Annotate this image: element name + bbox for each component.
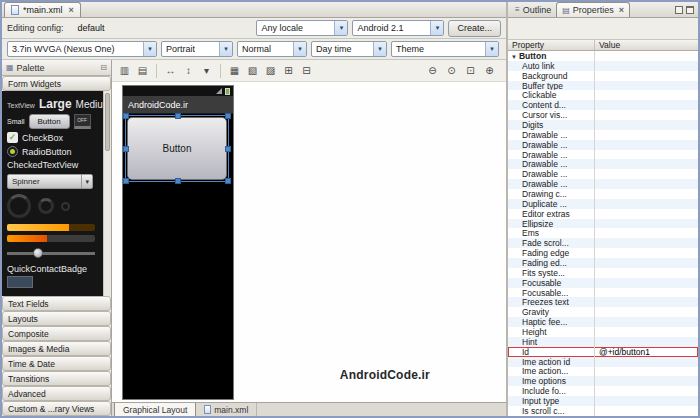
progressbar-small-preview[interactable] (61, 202, 70, 211)
align-edges-icon[interactable]: ▦ (226, 63, 243, 79)
progressbar-medium-preview[interactable] (38, 198, 54, 214)
tab-properties[interactable]: ▤ Properties × (556, 2, 630, 17)
progressbar-horizontal-preview[interactable] (7, 224, 95, 231)
property-group-row[interactable]: ▼Button (508, 51, 698, 61)
editing-config-value[interactable]: default (78, 23, 105, 33)
seekbar-thumb[interactable] (33, 248, 43, 258)
property-row-digits[interactable]: Digits (508, 120, 698, 130)
close-tab-icon[interactable]: × (69, 5, 74, 15)
property-row-drawable[interactable]: Drawable ... (508, 130, 698, 140)
palette-section-form-widgets[interactable]: Form Widgets (2, 76, 111, 91)
property-row-fade-scrol[interactable]: Fade scrol... (508, 238, 698, 248)
scrollbar-thumb[interactable] (105, 93, 110, 151)
property-row-gravity[interactable]: Gravity (508, 307, 698, 317)
property-row-auto-link[interactable]: Auto link (508, 61, 698, 71)
palette-section-images-media[interactable]: Images & Media (2, 341, 111, 356)
show-layout-icon[interactable]: ▤ (134, 63, 151, 79)
zoom-fit-icon[interactable]: ⊡ (462, 63, 479, 79)
property-row-fits-syste[interactable]: Fits syste... (508, 268, 698, 278)
set-width-icon[interactable]: ↔ (162, 63, 179, 79)
resize-handle-nw[interactable] (123, 113, 129, 119)
quickcontactbadge-preview[interactable]: QuickContactBadge (7, 264, 87, 274)
property-row-buffer-type[interactable]: Buffer type (508, 81, 698, 91)
theme-select[interactable]: Theme ▾ (391, 41, 499, 57)
property-row-drawable[interactable]: Drawable ... (508, 159, 698, 169)
close-view-icon[interactable]: × (619, 5, 624, 15)
platform-select[interactable]: Android 2.1 ▾ (352, 20, 444, 36)
property-row-height[interactable]: Height (508, 327, 698, 337)
property-row-drawable[interactable]: Drawable ... (508, 179, 698, 189)
seekbar-preview[interactable] (7, 248, 95, 258)
ratingbar-track-preview[interactable] (7, 235, 95, 242)
property-row-is-scroll-c[interactable]: Is scroll c... (508, 406, 698, 416)
textview-preview[interactable]: TextView (7, 102, 35, 109)
device-select[interactable]: 3.7in WVGA (Nexus One) ▾ (7, 41, 157, 57)
property-row-editor-extras[interactable]: Editor extras (508, 209, 698, 219)
show-outline-icon[interactable]: ▥ (116, 63, 133, 79)
button-preview[interactable]: Button (29, 114, 70, 129)
column-header-value[interactable]: Value (594, 40, 698, 50)
property-row-ime-action-id[interactable]: Ime action id (508, 357, 698, 367)
palette-scrollbar[interactable] (103, 91, 111, 296)
property-row-content-d[interactable]: Content d... (508, 100, 698, 110)
property-row-fading-edge[interactable]: Fading edge (508, 248, 698, 258)
zoom-in-icon[interactable]: ⊕ (481, 63, 498, 79)
property-row-ime-action[interactable]: Ime action... (508, 367, 698, 377)
radiobutton-preview[interactable]: RadioButton (22, 147, 72, 157)
palette-section-text-fields[interactable]: Text Fields (2, 296, 111, 311)
togglebutton-preview[interactable]: OFF (74, 114, 91, 129)
day-time-select[interactable]: Day time ▾ (311, 41, 387, 57)
property-row-drawing-c[interactable]: Drawing c... (508, 189, 698, 199)
set-height-icon[interactable]: ↕ (180, 63, 197, 79)
property-row-clickable[interactable]: Clickable (508, 90, 698, 100)
property-row-ime-options[interactable]: Ime options (508, 376, 698, 386)
property-row-drawable[interactable]: Drawable ... (508, 150, 698, 160)
grid-mode-icon[interactable]: ▨ (262, 63, 279, 79)
orientation-select[interactable]: Portrait ▾ (161, 41, 233, 57)
checkedtextview-preview[interactable]: CheckedTextView (7, 160, 78, 170)
property-row-fading-ed[interactable]: Fading ed... (508, 258, 698, 268)
resize-handle-w[interactable] (123, 146, 129, 152)
palette-section-time-date[interactable]: Time & Date (2, 356, 111, 371)
zoom-100-icon[interactable]: ⊙ (443, 63, 460, 79)
resize-handle-e[interactable] (225, 146, 231, 152)
property-row-include-fo[interactable]: Include fo... (508, 386, 698, 396)
more-options-icon[interactable]: ▾ (198, 63, 215, 79)
widget-selection[interactable]: Button (125, 115, 229, 182)
property-row-drawable[interactable]: Drawable ... (508, 169, 698, 179)
spinner-preview[interactable]: Spinner ▾ (7, 174, 93, 189)
property-row-freezes-text[interactable]: Freezes text (508, 297, 698, 307)
palette-section-advanced[interactable]: Advanced (2, 386, 111, 401)
progressbar-large-preview[interactable] (7, 194, 31, 218)
button-widget[interactable]: Button (127, 117, 227, 180)
dock-mode-select[interactable]: Normal ▾ (237, 41, 307, 57)
resize-handle-sw[interactable] (123, 178, 129, 184)
snap-icon[interactable]: ⊞ (280, 63, 297, 79)
property-row-drawable[interactable]: Drawable ... (508, 140, 698, 150)
expand-triangle-icon[interactable]: ▼ (511, 54, 517, 60)
property-row-id[interactable]: Id@+id/button1 (508, 347, 698, 357)
property-row-focusable[interactable]: Focusable... (508, 288, 698, 298)
property-row-focusable[interactable]: Focusable (508, 278, 698, 288)
resize-handle-s[interactable] (175, 178, 181, 184)
editor-tab-main-xml[interactable]: *main.xml × (4, 2, 81, 17)
palette-section-layouts[interactable]: Layouts (2, 311, 111, 326)
property-row-cursor-vis[interactable]: Cursor vis... (508, 110, 698, 120)
palette-section-transitions[interactable]: Transitions (2, 371, 111, 386)
collapse-palette-icon[interactable]: ⊟ (100, 63, 107, 72)
guides-icon[interactable]: ⊟ (298, 63, 315, 79)
resize-handle-n[interactable] (175, 113, 181, 119)
property-row-input-type[interactable]: Input type (508, 396, 698, 406)
resize-handle-se[interactable] (225, 178, 231, 184)
layout-root[interactable]: Button (123, 114, 233, 399)
palette-section-composite[interactable]: Composite (2, 326, 111, 341)
palette-section-custom-rary-views[interactable]: Custom & ...rary Views (2, 401, 111, 416)
tab-outline[interactable]: ≡ Outline (510, 2, 556, 17)
property-row-haptic-fee[interactable]: Haptic fee... (508, 317, 698, 327)
large-textview-preview[interactable]: Large (39, 97, 72, 111)
zoom-out-icon[interactable]: ⊖ (424, 63, 441, 79)
quickcontactbadge-image[interactable] (7, 276, 33, 288)
property-row-hint[interactable]: Hint (508, 337, 698, 347)
maximize-view-icon[interactable] (686, 6, 694, 14)
property-row-ellipsize[interactable]: Ellipsize (508, 219, 698, 229)
